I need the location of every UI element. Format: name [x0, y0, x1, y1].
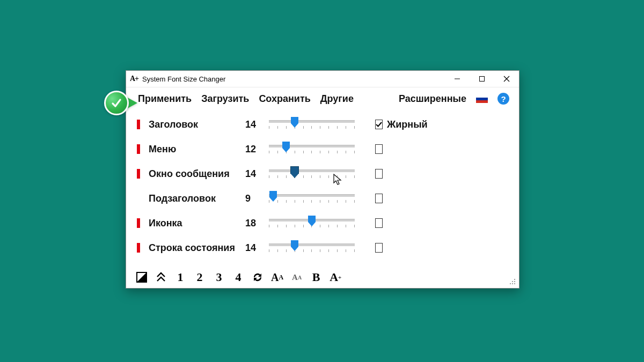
svg-rect-7 [512, 281, 513, 282]
contrast-icon[interactable] [136, 270, 148, 285]
setting-value: 12 [245, 144, 269, 155]
font-size-slider[interactable] [269, 215, 355, 231]
minimize-button[interactable] [445, 71, 470, 87]
svg-rect-8 [514, 281, 515, 282]
font-size-large-icon[interactable]: AA [271, 270, 283, 285]
setting-label: Иконка [149, 218, 245, 229]
bold-checkbox[interactable] [375, 194, 383, 203]
changed-marker [137, 144, 140, 154]
bottom-toolbar: 1 2 3 4 AA AA B A+ [126, 267, 519, 288]
chevron-up-icon[interactable] [155, 270, 167, 285]
settings-list: Заголовок14ЖирныйМеню12Окно сообщения14П… [126, 108, 519, 260]
window-title: System Font Size Changer [142, 75, 445, 83]
setting-row: Меню12 [137, 137, 508, 161]
svg-rect-11 [514, 283, 515, 284]
setting-value: 14 [245, 119, 269, 130]
bold-label: Жирный [387, 119, 428, 130]
help-icon[interactable]: ? [497, 93, 509, 105]
setting-value: 18 [245, 218, 269, 229]
close-button[interactable] [494, 71, 519, 87]
setting-row: Окно сообщения14 [137, 161, 508, 186]
increase-font-icon[interactable]: A+ [330, 270, 341, 285]
checkmark-icon [104, 91, 129, 115]
preset-4-button[interactable]: 4 [232, 270, 244, 285]
bold-checkbox[interactable] [375, 169, 383, 179]
maximize-button[interactable] [470, 71, 494, 87]
bold-checkbox[interactable] [375, 218, 383, 228]
changed-marker [137, 169, 140, 179]
preset-2-button[interactable]: 2 [194, 270, 206, 285]
setting-label: Меню [149, 144, 245, 155]
svg-rect-10 [512, 283, 513, 284]
svg-rect-6 [514, 279, 515, 280]
bold-icon[interactable]: B [310, 270, 322, 285]
bold-checkbox[interactable] [375, 243, 383, 253]
changed-marker [137, 218, 140, 228]
bold-checkbox[interactable] [375, 120, 383, 129]
preset-1-button[interactable]: 1 [174, 270, 186, 285]
resize-grip-icon[interactable] [509, 278, 516, 285]
setting-label: Подзаголовок [149, 193, 245, 204]
font-size-small-icon[interactable]: AA [291, 270, 303, 285]
svg-marker-5 [137, 272, 147, 282]
title-bar: A+ System Font Size Changer [126, 71, 519, 87]
changed-marker [137, 194, 140, 203]
preset-3-button[interactable]: 3 [213, 270, 225, 285]
bold-checkbox[interactable] [375, 144, 383, 154]
window-controls [445, 71, 519, 87]
font-size-slider[interactable] [269, 190, 355, 206]
svg-rect-9 [510, 283, 511, 284]
font-size-slider[interactable] [269, 141, 355, 157]
setting-label: Заголовок [149, 119, 245, 130]
menu-save[interactable]: Сохранить [259, 93, 310, 105]
changed-marker [137, 243, 140, 253]
app-window: A+ System Font Size Changer Применить За… [126, 70, 519, 289]
svg-rect-1 [480, 77, 485, 82]
app-icon: A+ [126, 75, 142, 83]
font-size-slider[interactable] [269, 240, 355, 256]
setting-value: 9 [245, 193, 269, 204]
setting-row: Подзаголовок9 [137, 186, 508, 211]
setting-row: Строка состояния14 [137, 235, 508, 260]
changed-marker [137, 120, 140, 129]
menu-advanced[interactable]: Расширенные [399, 93, 466, 105]
setting-label: Окно сообщения [149, 168, 245, 180]
language-flag-icon[interactable] [476, 95, 488, 103]
font-size-slider[interactable] [269, 166, 355, 182]
font-size-slider[interactable] [269, 116, 355, 132]
setting-value: 14 [245, 242, 269, 254]
setting-label: Строка состояния [149, 242, 245, 254]
menu-apply[interactable]: Применить [138, 93, 192, 105]
refresh-icon[interactable] [252, 270, 264, 285]
setting-value: 14 [245, 168, 269, 180]
menu-other[interactable]: Другие [320, 93, 354, 105]
setting-row: Иконка18 [137, 211, 508, 235]
menu-bar: Применить Загрузить Сохранить Другие Рас… [126, 87, 519, 108]
setting-row: Заголовок14Жирный [137, 112, 508, 137]
menu-load[interactable]: Загрузить [201, 93, 249, 105]
